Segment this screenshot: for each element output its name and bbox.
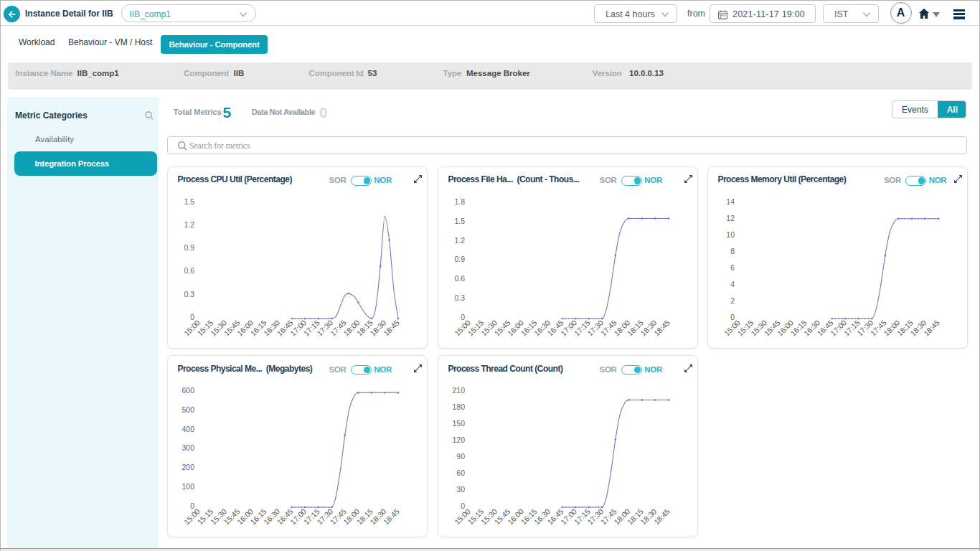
svg-text:1.8: 1.8 <box>454 197 465 205</box>
svg-text:8: 8 <box>730 246 735 255</box>
svg-text:200: 200 <box>182 463 194 471</box>
svg-text:30: 30 <box>456 485 465 494</box>
svg-text:2: 2 <box>730 296 735 304</box>
svg-text:180: 180 <box>452 402 465 411</box>
svg-text:0.6: 0.6 <box>184 266 194 275</box>
svg-text:6: 6 <box>730 263 735 271</box>
svg-text:18:45: 18:45 <box>382 318 401 337</box>
svg-text:18:45: 18:45 <box>652 507 672 526</box>
svg-text:12: 12 <box>726 213 735 222</box>
svg-text:300: 300 <box>182 443 194 452</box>
svg-text:0.9: 0.9 <box>454 255 465 263</box>
svg-text:18:45: 18:45 <box>922 318 941 337</box>
svg-text:1.2: 1.2 <box>454 235 465 244</box>
svg-text:14: 14 <box>726 197 735 205</box>
svg-text:60: 60 <box>456 468 465 477</box>
svg-text:600: 600 <box>182 386 194 395</box>
svg-text:0.9: 0.9 <box>184 243 194 252</box>
svg-text:150: 150 <box>452 419 465 428</box>
svg-text:0.3: 0.3 <box>184 289 194 298</box>
svg-text:500: 500 <box>182 405 194 414</box>
svg-text:0.3: 0.3 <box>454 293 465 302</box>
svg-text:18:45: 18:45 <box>652 318 672 337</box>
svg-text:10: 10 <box>726 230 735 238</box>
svg-text:400: 400 <box>182 425 194 433</box>
svg-text:1.5: 1.5 <box>184 197 194 205</box>
svg-text:210: 210 <box>452 386 465 395</box>
svg-text:1.5: 1.5 <box>454 216 465 225</box>
svg-text:120: 120 <box>452 435 465 444</box>
svg-text:100: 100 <box>182 482 194 491</box>
svg-text:90: 90 <box>456 452 465 461</box>
svg-text:0.6: 0.6 <box>454 274 465 283</box>
svg-text:1.2: 1.2 <box>184 220 194 229</box>
svg-text:4: 4 <box>730 279 735 288</box>
svg-text:18:45: 18:45 <box>382 507 401 526</box>
